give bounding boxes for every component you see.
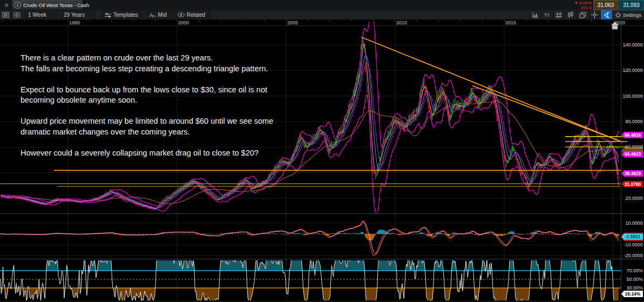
annotation-line: The falls are becoming less step creatin… — [21, 64, 273, 75]
instrument-number-badge: 1 — [14, 2, 21, 9]
stochastic-indicator — [0, 258, 621, 301]
macd-indicator — [0, 221, 621, 256]
period-label: 1 Week — [28, 12, 46, 18]
svg-text:1995: 1995 — [69, 20, 80, 25]
text-tool-label: Tт — [544, 12, 550, 18]
grid-toggle-icon[interactable] — [553, 10, 565, 19]
annotation-line — [21, 137, 273, 148]
svg-text:-2.5921: -2.5921 — [625, 234, 641, 239]
gear-icon — [615, 12, 621, 18]
change-value: 200.5 — [574, 5, 592, 10]
svg-text:20.0000: 20.0000 — [625, 196, 643, 201]
svg-text:50.00%: 50.00% — [626, 277, 643, 282]
axis-scale-tool-icon[interactable] — [529, 10, 541, 19]
hamburger-menu-icon[interactable]: ≡ — [3, 2, 10, 9]
svg-text:120.0000: 120.0000 — [622, 68, 643, 73]
annotation-line — [21, 74, 273, 85]
text-tool-icon[interactable]: Tт — [541, 10, 553, 19]
svg-text:10.0000: 10.0000 — [625, 220, 643, 226]
annotation-line: Expect oil to bounce back up from the lo… — [21, 85, 273, 96]
chart-toolbar: 1 Week 29 Years Templates Mid Related Tт… — [0, 10, 644, 20]
instrument-tab[interactable]: 1 Crude Oil West Texas - Cash — [11, 0, 83, 10]
eye-icon — [178, 12, 185, 17]
crosshair-pointer-icon[interactable] — [588, 10, 600, 19]
svg-text:80.0000: 80.0000 — [625, 119, 643, 124]
related-label: Related — [187, 12, 205, 18]
period-button[interactable]: 1 Week — [23, 10, 58, 19]
range-button[interactable]: 29 Years — [58, 10, 95, 19]
svg-text:60.0000: 60.0000 — [625, 144, 643, 150]
list-view-icon[interactable] — [0, 10, 11, 19]
waveform-icon — [149, 12, 156, 18]
mid-label: Mid — [158, 12, 167, 18]
settings-button[interactable]: Settings — [612, 10, 644, 19]
chart-annotation-text[interactable]: There is a clear pattern on crude over t… — [21, 53, 273, 158]
candlestick-tool-icon[interactable] — [565, 10, 577, 19]
x-axis-timeline: 199520002005201020152020 — [0, 19, 644, 26]
annotation-line: becoming obsolete anytime soon. — [21, 95, 273, 106]
layout-grid-icon[interactable] — [11, 10, 23, 19]
annotation-line: dramatic market changes over the coming … — [21, 127, 273, 138]
windows-layers-icon[interactable] — [577, 10, 588, 19]
svg-text:140.0000: 140.0000 — [622, 42, 643, 48]
y-axis-labels: 140.0000120.0000100.000080.000060.000040… — [622, 42, 643, 291]
ask-price-box[interactable]: 31.093 — [619, 0, 644, 10]
change-arrow-icon: ▼ — [574, 1, 578, 5]
templates-button[interactable]: Templates — [99, 10, 144, 19]
svg-text:2015: 2015 — [505, 20, 516, 25]
related-button[interactable]: Related — [172, 10, 211, 19]
home-icon-roof — [611, 22, 619, 26]
bid-price-box[interactable]: 31.063 — [593, 0, 618, 10]
svg-text:-20.0000: -20.0000 — [623, 253, 643, 258]
cursor-tool-button[interactable] — [600, 10, 612, 19]
svg-text:54.4623: 54.4623 — [625, 151, 641, 157]
mid-button[interactable]: Mid — [144, 10, 172, 19]
svg-text:39.4629: 39.4629 — [625, 171, 641, 176]
home-icon[interactable] — [610, 21, 620, 30]
svg-text:69.4616: 69.4616 — [625, 132, 641, 138]
change-percent: 8.06% — [579, 1, 592, 5]
cursor-arrow-icon — [604, 12, 609, 18]
annotation-line: Upward price movement may be limited to … — [21, 116, 273, 127]
sliders-icon — [105, 12, 111, 18]
svg-text:-10.0000: -10.0000 — [623, 242, 643, 247]
settings-label: Settings — [623, 12, 641, 18]
svg-text:2000: 2000 — [178, 20, 189, 25]
annotation-line: However could a severely collapsing mark… — [21, 148, 273, 159]
svg-text:31.0780: 31.0780 — [625, 182, 641, 187]
svg-text:2005: 2005 — [287, 20, 298, 25]
quote-change-block: ▼ 8.06% 200.5 — [574, 1, 592, 10]
svg-text:16.14%: 16.14% — [625, 291, 641, 297]
title-bar: ≡ 1 Crude Oil West Texas - Cash ▼ 8.06% … — [0, 0, 644, 11]
svg-text:30.00%: 30.00% — [626, 285, 643, 291]
range-label: 29 Years — [64, 12, 85, 18]
home-icon-body — [612, 25, 618, 29]
templates-label: Templates — [113, 12, 138, 18]
annotation-line: There is a clear pattern on crude over t… — [21, 53, 273, 64]
svg-text:100.0000: 100.0000 — [622, 93, 643, 99]
svg-text:70.00%: 70.00% — [626, 268, 643, 273]
instrument-title: Crude Oil West Texas - Cash — [23, 2, 89, 8]
annotation-line — [21, 106, 273, 117]
svg-text:2010: 2010 — [396, 20, 407, 25]
